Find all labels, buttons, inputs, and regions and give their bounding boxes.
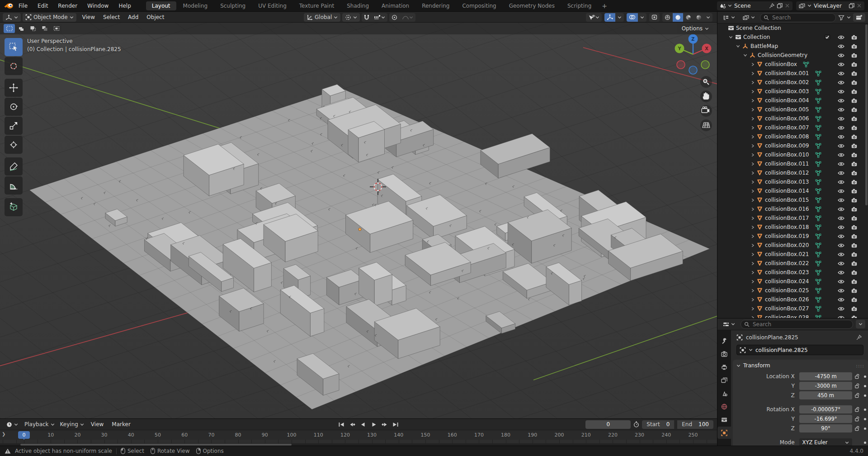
disclosure-right-icon[interactable]	[749, 198, 756, 202]
disable-in-renders-camera-icon[interactable]	[851, 71, 857, 76]
outliner-row-collisionbox-015[interactable]: collisionBox.015	[717, 195, 868, 204]
add-workspace-button[interactable]: +	[598, 2, 611, 10]
workspace-tab-layout[interactable]: Layout	[146, 1, 176, 10]
overlays-dropdown[interactable]	[638, 13, 646, 22]
panel-grip[interactable]: ::::	[856, 363, 864, 369]
outliner-row-collisionbox-022[interactable]: collisionBox.022	[717, 259, 868, 268]
disclosure-right-icon[interactable]	[749, 162, 756, 166]
animate-dot[interactable]	[864, 442, 866, 444]
pin-icon[interactable]	[769, 3, 774, 9]
cursor-tool-button[interactable]	[5, 57, 23, 75]
outliner-item-label[interactable]: collisionBox.004	[765, 97, 809, 104]
disclosure-right-icon[interactable]	[749, 71, 756, 76]
disclosure-down-icon[interactable]	[735, 44, 741, 48]
outliner-row-scene-collection[interactable]: Scene Collection	[717, 24, 868, 33]
outliner-row-collisionbox-027[interactable]: collisionBox.027	[717, 304, 868, 313]
collection-checkbox[interactable]	[825, 34, 830, 40]
viewlayer-name[interactable]: ViewLayer	[814, 3, 846, 9]
workspace-tab-uv-editing[interactable]: UV Editing	[252, 1, 292, 10]
falloff-dropdown[interactable]	[400, 13, 415, 22]
disclosure-right-icon[interactable]	[749, 234, 756, 238]
outliner-row-collisionbox-013[interactable]: collisionBox.013	[717, 177, 868, 186]
outliner-row-collisionbox[interactable]: collisionBox	[717, 60, 868, 69]
outliner-row-collisionbox-023[interactable]: collisionBox.023	[717, 268, 868, 277]
outliner-row-collisionbox-018[interactable]: collisionBox.018	[717, 223, 868, 232]
breadcrumb-object-name[interactable]: collisionPlane.2825	[746, 334, 798, 341]
hide-in-viewport-eye-icon[interactable]	[838, 198, 844, 203]
hide-in-viewport-eye-icon[interactable]	[838, 143, 844, 148]
outliner-item-label[interactable]: collisionBox.007	[765, 124, 809, 131]
lock-icon[interactable]	[852, 407, 862, 412]
disable-in-renders-camera-icon[interactable]	[851, 171, 857, 176]
outliner-item-label[interactable]: collisionBox.024	[765, 278, 809, 285]
outliner-item-label[interactable]: collisionBox.011	[765, 161, 809, 167]
annotate-tool-button[interactable]	[5, 157, 23, 176]
close-icon[interactable]	[857, 3, 862, 8]
disclosure-right-icon[interactable]	[749, 252, 756, 256]
disable-in-renders-camera-icon[interactable]	[851, 225, 857, 230]
play-button[interactable]	[369, 420, 379, 428]
select-mode-intersect-button[interactable]	[51, 24, 62, 33]
outliner-item-label[interactable]: collisionBox.006	[765, 115, 809, 122]
new-datablock-icon[interactable]	[777, 3, 783, 9]
hide-in-viewport-eye-icon[interactable]	[838, 216, 844, 221]
disable-in-renders-camera-icon[interactable]	[851, 162, 857, 166]
hide-in-viewport-eye-icon[interactable]	[838, 288, 844, 293]
outliner-item-label[interactable]: collisionBox.025	[765, 287, 809, 294]
mode-dropdown[interactable]: Object Mode	[23, 13, 76, 22]
gizmos-toggle[interactable]	[604, 13, 615, 22]
current-frame-field[interactable]: 0	[585, 420, 631, 429]
animate-dot[interactable]	[864, 385, 866, 387]
outliner-item-label[interactable]: collisionBox.008	[765, 133, 809, 140]
outliner-row-collisionbox-004[interactable]: collisionBox.004	[717, 96, 868, 105]
properties-tab-collection[interactable]	[717, 413, 731, 426]
shading-wireframe-button[interactable]	[662, 13, 673, 22]
stopwatch-icon[interactable]	[633, 421, 639, 428]
disclosure-right-icon[interactable]	[749, 280, 756, 284]
disable-in-renders-camera-icon[interactable]	[851, 288, 857, 293]
hide-in-viewport-eye-icon[interactable]	[838, 261, 844, 266]
outliner-row-collisionbox-021[interactable]: collisionBox.021	[717, 250, 868, 259]
workspace-tab-texture-paint[interactable]: Texture Paint	[293, 1, 340, 10]
outliner-row-collisionbox-006[interactable]: collisionBox.006	[717, 114, 868, 123]
outliner-row-collisionbox-010[interactable]: collisionBox.010	[717, 150, 868, 159]
outliner-item-label[interactable]: collisionBox.026	[765, 296, 809, 303]
hide-in-viewport-eye-icon[interactable]	[838, 297, 844, 302]
outliner-item-label[interactable]: collisionBox.005	[765, 106, 809, 113]
disable-in-renders-camera-icon[interactable]	[851, 143, 857, 148]
transform-value-field[interactable]: 90°	[799, 424, 853, 432]
hide-in-viewport-eye-icon[interactable]	[838, 162, 844, 166]
pin-icon[interactable]	[856, 335, 862, 340]
outliner-item-label[interactable]: collisionBox.013	[765, 179, 809, 185]
disclosure-right-icon[interactable]	[749, 180, 756, 184]
selectability-dropdown[interactable]	[586, 13, 602, 22]
select-mode-invert-button[interactable]	[39, 24, 50, 33]
hide-in-viewport-eye-icon[interactable]	[838, 80, 844, 85]
overlays-toggle[interactable]	[627, 13, 638, 22]
hide-in-viewport-eye-icon[interactable]	[838, 180, 844, 185]
hide-in-viewport-eye-icon[interactable]	[838, 89, 844, 94]
outliner-row-collisionbox-011[interactable]: collisionBox.011	[717, 159, 868, 168]
proportional-edit-toggle[interactable]	[389, 13, 400, 22]
outliner-item-label[interactable]: collisionBox.028	[765, 314, 809, 318]
disable-in-renders-camera-icon[interactable]	[851, 98, 857, 103]
disable-in-renders-camera-icon[interactable]	[851, 180, 857, 185]
outliner-item-label[interactable]: collisionBox.003	[765, 88, 809, 95]
shading-dropdown[interactable]	[704, 13, 712, 22]
outliner-row-collisionbox-016[interactable]: collisionBox.016	[717, 204, 868, 214]
disable-in-renders-camera-icon[interactable]	[851, 35, 857, 40]
timeline-menu-view[interactable]: View	[87, 421, 108, 428]
snap-settings-dropdown[interactable]	[372, 13, 387, 22]
outliner-item-label[interactable]: collisionBox.016	[765, 206, 809, 212]
timeline-ruler[interactable]: 1020304050607080901001101201301401501601…	[0, 430, 717, 440]
properties-search-input[interactable]	[752, 321, 849, 328]
outliner-row-collisionbox-017[interactable]: collisionBox.017	[717, 214, 868, 223]
workspace-tab-shading[interactable]: Shading	[341, 1, 375, 10]
properties-search[interactable]	[741, 320, 853, 329]
hide-in-viewport-eye-icon[interactable]	[838, 44, 844, 49]
outliner-item-label[interactable]: collisionBox.018	[765, 224, 809, 230]
hide-in-viewport-eye-icon[interactable]	[838, 35, 844, 40]
disable-in-renders-camera-icon[interactable]	[851, 89, 857, 94]
new-datablock-icon[interactable]	[849, 3, 854, 9]
workspace-tab-sculpting[interactable]: Sculpting	[214, 1, 251, 10]
